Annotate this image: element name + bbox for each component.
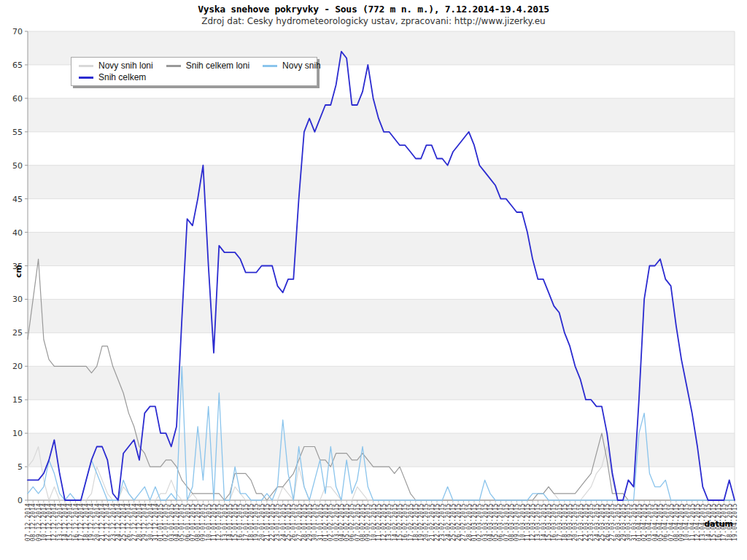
legend-label: Snih celkem bbox=[98, 72, 146, 82]
y-tick-label: 25 bbox=[12, 328, 23, 338]
legend-item-snih-celkem: Snih celkem bbox=[79, 72, 146, 82]
legend-label: Novy snih bbox=[282, 61, 321, 71]
y-tick-label: 70 bbox=[12, 27, 23, 36]
y-tick-label: 5 bbox=[18, 462, 23, 472]
y-tick-label: 65 bbox=[12, 61, 23, 70]
y-tick-label: 20 bbox=[12, 362, 23, 371]
y-tick-label: 30 bbox=[12, 295, 23, 304]
y-tick-label: 10 bbox=[12, 429, 23, 438]
snih-celkem-loni-swatch bbox=[166, 65, 181, 67]
y-tick-label: 40 bbox=[12, 228, 23, 238]
y-tick-label: 0 bbox=[18, 496, 23, 505]
legend-item-novy-snih-loni: Novy snih loni bbox=[79, 61, 153, 71]
snih-celkem-swatch bbox=[79, 77, 93, 79]
y-axis-unit-label: cm bbox=[14, 265, 23, 278]
background-band bbox=[28, 233, 735, 266]
y-tick-label: 55 bbox=[12, 128, 23, 137]
novy-snih-swatch bbox=[263, 65, 277, 67]
y-tick-label: 45 bbox=[12, 195, 23, 204]
legend-label: Snih celkem loni bbox=[186, 61, 249, 71]
background-band bbox=[28, 433, 735, 467]
background-band bbox=[28, 366, 735, 400]
legend-label: Novy snih loni bbox=[98, 61, 153, 71]
novy-snih-loni-swatch bbox=[79, 65, 93, 67]
chart-legend: Novy snih loni Snih celkem loni Novy sni… bbox=[71, 57, 317, 86]
legend-item-snih-celkem-loni: Snih celkem loni bbox=[166, 61, 249, 71]
background-band bbox=[28, 299, 735, 332]
background-band bbox=[28, 166, 735, 199]
legend-row-2: Snih celkem bbox=[79, 71, 317, 83]
y-tick-label: 50 bbox=[12, 161, 23, 171]
y-tick-label: 60 bbox=[12, 94, 23, 104]
legend-row-1: Novy snih loni Snih celkem loni Novy sni… bbox=[79, 60, 317, 71]
legend-item-novy-snih: Novy snih bbox=[263, 61, 321, 71]
y-tick-label: 15 bbox=[12, 395, 23, 405]
x-axis-title: datum bbox=[704, 519, 733, 529]
